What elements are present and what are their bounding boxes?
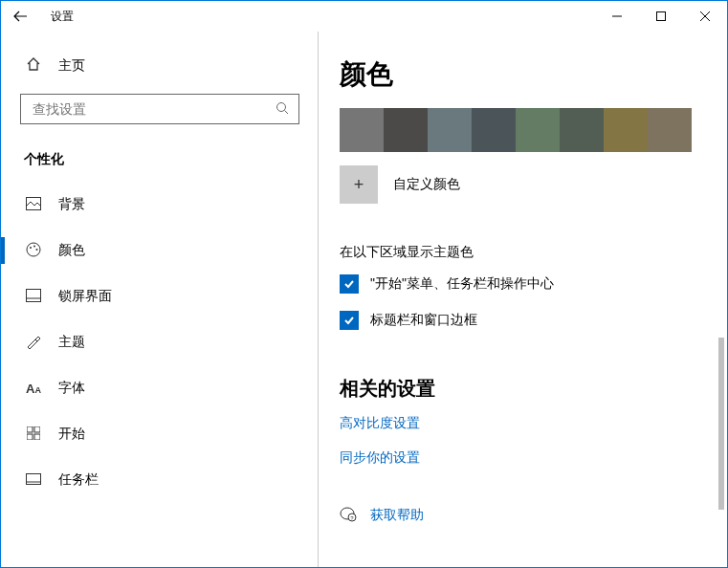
picture-icon	[24, 197, 43, 213]
body: 主页 个性化 背景 颜色 锁屏界面	[1, 32, 727, 567]
checkbox-icon	[340, 274, 359, 294]
related-settings-heading: 相关的设置	[340, 376, 695, 402]
sidebar: 主页 个性化 背景 颜色 锁屏界面	[1, 32, 319, 567]
sidebar-item-colors[interactable]: 颜色	[1, 228, 319, 273]
sidebar-item-fonts[interactable]: AA 字体	[1, 365, 319, 411]
link-sync-settings[interactable]: 同步你的设置	[340, 449, 695, 467]
window-title: 设置	[51, 9, 74, 25]
sidebar-item-label: 主题	[58, 334, 85, 351]
color-swatch[interactable]	[340, 108, 384, 152]
sidebar-item-label: 开始	[58, 426, 85, 443]
custom-color-button[interactable]: +	[340, 165, 378, 204]
checkbox-label: 标题栏和窗口边框	[370, 312, 477, 329]
title-bar: 设置	[1, 1, 727, 32]
svg-point-10	[36, 249, 38, 251]
sidebar-item-label: 锁屏界面	[58, 288, 112, 305]
color-swatches	[340, 108, 695, 152]
home-label: 主页	[58, 57, 85, 75]
sidebar-item-taskbar[interactable]: 任务栏	[1, 457, 319, 503]
custom-color-row: + 自定义颜色	[340, 165, 695, 204]
close-icon	[700, 11, 710, 21]
color-swatch[interactable]	[472, 108, 516, 152]
checkbox-titlebars[interactable]: 标题栏和窗口边框	[340, 311, 695, 330]
close-button[interactable]	[683, 1, 727, 32]
help-link[interactable]: ? 获取帮助	[340, 505, 695, 525]
maximize-button[interactable]	[639, 1, 683, 32]
sidebar-item-start[interactable]: 开始	[1, 411, 319, 457]
sidebar-item-lockscreen[interactable]: 锁屏界面	[1, 273, 319, 319]
svg-rect-15	[27, 434, 33, 440]
home-icon	[24, 56, 43, 75]
color-swatch[interactable]	[384, 108, 428, 152]
svg-line-5	[285, 110, 289, 114]
lockscreen-icon	[24, 289, 43, 305]
color-swatch[interactable]	[604, 108, 648, 152]
sidebar-item-label: 背景	[58, 196, 85, 213]
svg-rect-1	[657, 12, 666, 21]
sidebar-section-header: 个性化	[1, 124, 319, 182]
content-area: 颜色 + 自定义颜色 在以下区域显示主题色 "开始"菜单、任务栏和操作中心	[319, 32, 727, 567]
svg-point-7	[27, 243, 40, 256]
help-icon: ?	[340, 505, 357, 525]
home-link[interactable]: 主页	[1, 49, 319, 82]
sidebar-item-themes[interactable]: 主题	[1, 319, 319, 365]
sidebar-item-label: 颜色	[58, 242, 85, 259]
help-label: 获取帮助	[370, 507, 424, 524]
color-swatch[interactable]	[648, 108, 692, 152]
checkbox-start-taskbar[interactable]: "开始"菜单、任务栏和操作中心	[340, 274, 695, 294]
svg-point-4	[277, 102, 286, 111]
svg-rect-17	[27, 474, 41, 485]
taskbar-icon	[24, 472, 43, 488]
back-arrow-icon	[13, 10, 27, 23]
page-title: 颜色	[340, 56, 695, 93]
back-button[interactable]	[1, 1, 39, 32]
color-swatch[interactable]	[428, 108, 472, 152]
svg-rect-13	[27, 426, 33, 432]
svg-rect-14	[34, 426, 40, 432]
start-icon	[24, 426, 43, 443]
theme-icon	[24, 334, 43, 352]
svg-rect-16	[34, 434, 40, 440]
font-icon: AA	[24, 382, 43, 396]
scrollbar-thumb[interactable]	[718, 338, 724, 510]
search-input[interactable]	[20, 94, 299, 124]
minimize-icon	[612, 11, 622, 21]
checkbox-icon	[340, 311, 359, 330]
minimize-button[interactable]	[595, 1, 639, 32]
svg-rect-12	[27, 298, 41, 302]
svg-point-8	[30, 247, 32, 249]
color-swatch[interactable]	[516, 108, 560, 152]
sidebar-item-background[interactable]: 背景	[1, 182, 319, 228]
svg-rect-11	[27, 289, 41, 301]
plus-icon: +	[354, 175, 364, 195]
window-controls	[595, 1, 727, 32]
checkbox-label: "开始"菜单、任务栏和操作中心	[370, 275, 554, 293]
scrollbar[interactable]	[716, 32, 727, 567]
svg-point-9	[33, 245, 35, 247]
accent-section-label: 在以下区域显示主题色	[340, 244, 695, 261]
search-icon	[276, 101, 289, 118]
search-field[interactable]	[31, 100, 276, 118]
link-high-contrast[interactable]: 高对比度设置	[340, 415, 695, 432]
custom-color-label: 自定义颜色	[393, 176, 460, 193]
color-swatch[interactable]	[560, 108, 604, 152]
settings-window: 设置 主页	[0, 0, 728, 568]
sidebar-item-label: 任务栏	[58, 471, 99, 489]
sidebar-item-label: 字体	[58, 380, 85, 397]
palette-icon	[24, 242, 43, 260]
maximize-icon	[656, 11, 666, 21]
